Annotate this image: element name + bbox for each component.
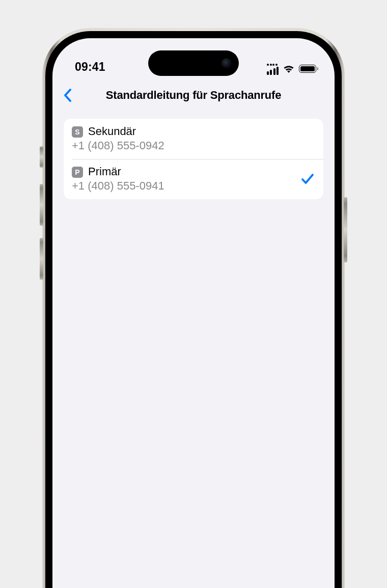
dynamic-island (148, 50, 239, 76)
status-time: 09:41 (75, 60, 105, 75)
line-number: +1 (408) 555-0942 (72, 139, 315, 153)
status-icons (267, 63, 316, 75)
checkmark-icon (300, 171, 315, 186)
action-button (40, 146, 43, 168)
volume-up-button (40, 184, 43, 226)
screen: 09:41 (52, 38, 335, 588)
line-label: Sekundär (88, 125, 315, 138)
page-title: Standardleitung für Sprachanrufe (106, 89, 281, 102)
line-option-secondary[interactable]: S Sekundär +1 (408) 555-0942 (64, 119, 323, 159)
dual-sim-signal-icon (267, 63, 279, 75)
wifi-icon (283, 64, 295, 73)
volume-down-button (40, 238, 43, 280)
iphone-device-frame: 09:41 (42, 28, 345, 588)
sim-badge-icon: P (72, 167, 83, 178)
navigation-bar: Standardleitung für Sprachanrufe (52, 80, 335, 111)
sim-badge-icon: S (72, 126, 83, 138)
back-button[interactable] (59, 84, 77, 106)
line-selection-list: S Sekundär +1 (408) 555-0942 P Primär +1… (64, 119, 323, 199)
line-label: Primär (88, 165, 300, 178)
line-option-primary[interactable]: P Primär +1 (408) 555-0941 (64, 159, 323, 199)
line-number: +1 (408) 555-0941 (72, 179, 300, 193)
battery-icon (299, 65, 316, 73)
side-button (344, 197, 347, 262)
chevron-left-icon (63, 88, 72, 102)
